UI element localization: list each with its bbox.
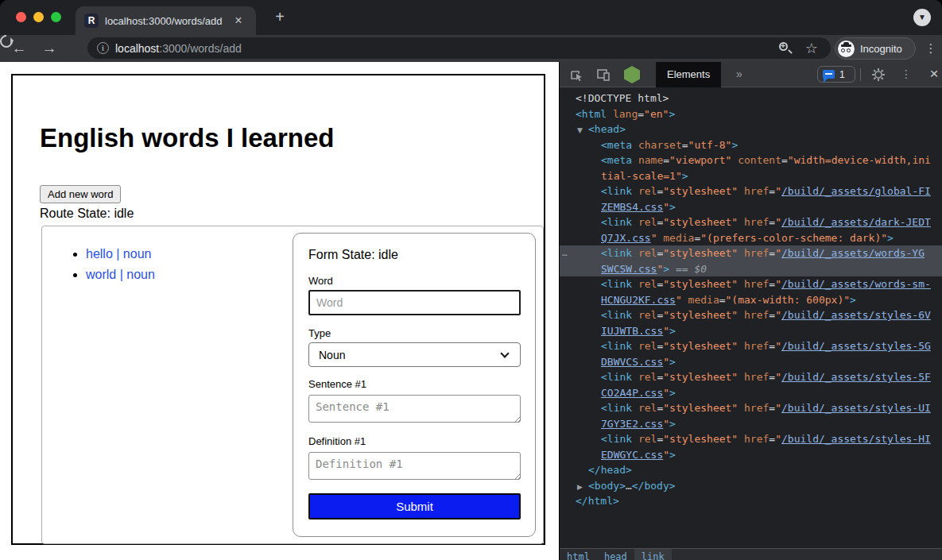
word-link[interactable]: hello | noun <box>86 247 151 261</box>
code-token: /build/_assets/styles-5G <box>781 340 931 352</box>
settings-gear-icon[interactable] <box>870 67 886 83</box>
code-line[interactable]: IUJWTB.css"> <box>560 323 942 339</box>
page-viewport: English words I learned Add new word Rou… <box>0 62 559 560</box>
code-token: <meta <box>601 139 632 151</box>
code-line[interactable]: ▼<head> <box>560 122 942 137</box>
code-token: href <box>738 402 769 414</box>
code-line[interactable]: <link rel="stylesheet" href="/build/_ass… <box>560 431 942 447</box>
word-list: hello | nounworld | noun <box>56 244 155 285</box>
code-token: href <box>738 340 769 352</box>
code-line[interactable]: <!DOCTYPE html> <box>560 91 942 106</box>
code-line[interactable]: <link rel="stylesheet" href="/build/_ass… <box>560 276 942 292</box>
issues-counter[interactable]: 1 <box>817 66 855 83</box>
code-line[interactable]: <link rel="stylesheet" href="/build/_ass… <box>560 338 942 354</box>
code-token: <!DOCTYPE html> <box>576 92 669 104</box>
code-line[interactable]: <meta name="viewport" content="width=dev… <box>560 153 942 168</box>
chevron-down-icon <box>500 349 509 357</box>
code-line[interactable]: <link rel="stylesheet" href="/build/_ass… <box>560 400 942 416</box>
code-token: tial-scale=1" <box>601 170 682 182</box>
code-line[interactable]: </head> <box>560 462 942 478</box>
browser-tab[interactable]: R localhost:3000/words/add × <box>76 6 256 35</box>
code-token: "stylesheet" <box>663 433 738 445</box>
code-token: 7GY3E2.css <box>601 418 663 430</box>
code-line[interactable]: …<link rel="stylesheet" href="/build/_as… <box>560 245 942 261</box>
word-input[interactable] <box>308 290 521 315</box>
code-token: /build/_assets/words-YG <box>781 247 925 259</box>
code-line[interactable]: Q7JX.css" media="(prefers-color-scheme: … <box>560 230 942 246</box>
code-line[interactable]: <link rel="stylesheet" href="/build/_ass… <box>560 183 942 199</box>
code-token: </html> <box>576 495 619 507</box>
code-token: /build/_assets/words-sm- <box>781 278 931 290</box>
code-line[interactable]: <html lang="en"> <box>560 106 942 122</box>
bookmark-star-icon[interactable]: ☆ <box>805 38 818 59</box>
code-token: " <box>775 247 781 259</box>
code-token: " <box>663 356 669 368</box>
code-token: " <box>663 449 669 461</box>
code-token: charset <box>632 139 682 151</box>
type-select[interactable]: Noun <box>308 342 521 367</box>
code-line[interactable]: EDWGYC.css"> <box>560 447 942 463</box>
code-line[interactable]: HCNGU2KF.css" media="(max-width: 600px)"… <box>560 292 942 308</box>
line-options-icon[interactable]: … <box>562 245 568 261</box>
code-token: = <box>769 278 775 290</box>
tab-elements[interactable]: Elements <box>656 62 721 87</box>
new-tab-button[interactable]: + <box>270 8 289 27</box>
code-token: <body> <box>588 480 626 492</box>
code-token: <link <box>601 309 632 321</box>
site-info-icon[interactable]: i <box>97 42 109 54</box>
code-token: = <box>769 402 775 414</box>
code-line[interactable]: <link rel="stylesheet" href="/build/_ass… <box>560 307 942 323</box>
submit-button[interactable]: Submit <box>308 493 521 519</box>
code-line[interactable]: </html> <box>560 493 942 509</box>
code-line[interactable]: DBWVCS.css"> <box>560 354 942 370</box>
node-icon[interactable] <box>624 66 640 83</box>
browser-toolbar: ← → i localhost:3000/words/add + ☆ Incog… <box>0 35 942 62</box>
code-line[interactable]: CO2A4P.css"> <box>560 385 942 401</box>
close-window-button[interactable] <box>16 12 26 22</box>
code-token: DBWVCS.css <box>601 356 663 368</box>
incognito-badge: Incognito <box>835 37 916 60</box>
tab-close-icon[interactable]: × <box>231 13 246 29</box>
forward-icon[interactable]: → <box>38 37 60 60</box>
maximize-window-button[interactable] <box>51 12 61 22</box>
code-line[interactable]: SWCSW.css"> == $0 <box>560 261 942 277</box>
breadcrumb-item-head[interactable]: head <box>597 549 634 560</box>
sentence-textarea[interactable] <box>308 395 521 423</box>
code-token: > <box>850 294 856 306</box>
tab-search-chevron-icon[interactable]: ▼ <box>913 9 931 26</box>
device-toolbar-icon[interactable] <box>595 67 611 83</box>
breadcrumb-item-link[interactable]: link <box>634 549 672 560</box>
code-line[interactable]: ZEMBS4.css"> <box>560 199 942 215</box>
type-label: Type <box>308 327 331 339</box>
code-line[interactable]: <meta charset="utf-8"> <box>560 137 942 153</box>
code-token: <head> <box>588 123 626 135</box>
code-token: > <box>663 263 669 275</box>
code-token: > <box>669 418 676 430</box>
code-token: "stylesheet" <box>663 185 738 197</box>
code-token: = <box>638 108 644 120</box>
code-line[interactable]: <link rel="stylesheet" href="/build/_ass… <box>560 214 942 230</box>
zoom-icon[interactable]: + <box>777 40 794 57</box>
add-new-word-button[interactable]: Add new word <box>40 185 121 203</box>
inspect-element-icon[interactable] <box>568 67 584 83</box>
address-bar[interactable]: i localhost:3000/words/add + ☆ <box>87 37 831 59</box>
browser-menu-icon[interactable]: ⋮ <box>924 38 938 59</box>
breadcrumb-item-html[interactable]: html <box>560 549 597 560</box>
more-panels-icon[interactable]: » <box>736 62 742 87</box>
code-line[interactable]: ▶<body>…</body> <box>560 478 942 494</box>
code-line[interactable]: 7GY3E2.css"> <box>560 416 942 432</box>
devtools-menu-icon[interactable]: ⋮ <box>900 62 913 87</box>
minimize-window-button[interactable] <box>33 12 44 22</box>
word-link[interactable]: world | noun <box>86 268 155 281</box>
devtools-close-icon[interactable]: × <box>926 62 942 87</box>
code-line[interactable]: <link rel="stylesheet" href="/build/_ass… <box>560 369 942 385</box>
code-token: rel <box>632 216 657 228</box>
url-text: localhost:3000/words/add <box>115 42 242 55</box>
definition-textarea[interactable] <box>308 452 521 480</box>
code-token: "stylesheet" <box>663 402 738 414</box>
page-title: English words I learned <box>40 123 334 153</box>
code-token: = <box>769 309 775 321</box>
code-token: " <box>663 387 669 399</box>
code-line[interactable]: tial-scale=1"> <box>560 168 942 184</box>
code-token: /build/_assets/global-FI <box>781 185 931 197</box>
